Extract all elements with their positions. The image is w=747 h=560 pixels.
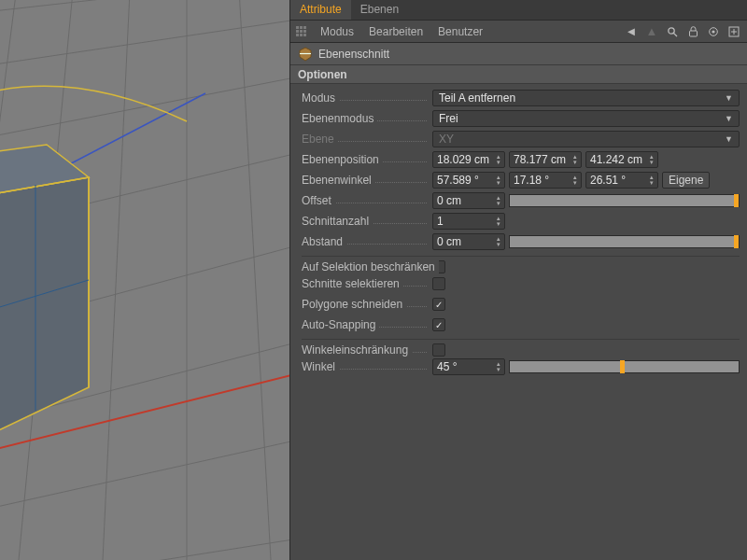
stepper-icon[interactable]: ▴▾ [497,361,500,372]
stepper-icon[interactable]: ▴▾ [497,175,500,186]
svg-line-6 [0,411,289,523]
panel-tabs: Attribute Ebenen [290,0,747,21]
label-ebenenposition: Ebenenposition [302,153,432,166]
label-ebenenwinkel: Ebenenwinkel [302,174,432,187]
svg-rect-24 [689,31,697,36]
label-abstand: Abstand [302,235,432,248]
label-auf-selektion: Auf Selektion beschränken [302,260,432,273]
label-auto-snap: Auto-Snapping [302,318,432,331]
stepper-icon[interactable]: ▴▾ [573,175,577,186]
input-schnittanzahl[interactable]: 1▴▾ [432,213,505,230]
select-ebenenmodus[interactable]: Frei▼ [432,110,740,127]
chevron-down-icon: ▼ [725,134,733,144]
object-title-bar: Ebenenschnitt [290,43,747,65]
options-block: Modus Teil A entfernen▼ Ebenenmodus Frei… [290,84,747,381]
tab-attribute[interactable]: Attribute [290,0,351,20]
chevron-down-icon: ▼ [725,93,733,103]
input-abstand[interactable]: 0 cm▴▾ [432,233,505,250]
nav-back-icon[interactable]: ◄ [624,24,639,39]
svg-point-22 [669,27,674,33]
input-ang-x[interactable]: 57.589 °▴▾ [432,172,505,189]
input-offset[interactable]: 0 cm▴▾ [432,192,505,209]
checkbox-auto-snap[interactable]: ✓ [432,318,445,331]
label-offset: Offset [302,194,432,207]
select-ebene: XY▼ [432,131,740,147]
drag-handle-icon[interactable] [296,26,309,36]
slider-abstand[interactable] [509,235,740,248]
label-winkelein: Winkeleinschränkung [302,343,432,357]
slider-winkel[interactable] [509,360,740,373]
svg-point-26 [712,30,714,33]
stepper-icon[interactable]: ▴▾ [497,195,500,206]
checkbox-winkelein[interactable] [432,343,445,357]
lock-icon[interactable] [685,24,700,39]
menu-benutzer[interactable]: Benutzer [430,25,490,38]
stepper-icon[interactable]: ▴▾ [650,154,654,165]
attribute-panel: Attribute Ebenen Modus Bearbeiten Benutz… [289,0,747,560]
label-schnitte-sel: Schnitte selektieren [302,277,432,290]
stepper-icon[interactable]: ▴▾ [497,236,500,247]
viewport-3d[interactable] [0,0,289,560]
label-modus: Modus [302,91,432,105]
menu-modus[interactable]: Modus [313,25,361,38]
svg-line-12 [238,0,271,560]
label-schnittanzahl: Schnittanzahl [302,215,432,228]
checkbox-schnitte-sel[interactable] [432,277,445,290]
input-pos-x[interactable]: 18.029 cm▴▾ [432,151,505,168]
svg-line-23 [674,33,677,35]
nav-up-icon[interactable]: ▲ [644,24,659,39]
svg-line-1 [0,0,289,75]
input-ang-z[interactable]: 26.51 °▴▾ [585,172,658,189]
svg-line-10 [103,0,131,560]
stepper-icon[interactable]: ▴▾ [497,216,500,227]
search-icon[interactable] [665,24,680,39]
checkbox-polygone[interactable]: ✓ [432,298,445,311]
target-icon[interactable] [706,24,721,39]
svg-line-7 [0,518,289,560]
stepper-icon[interactable]: ▴▾ [650,175,654,186]
tab-ebenen[interactable]: Ebenen [351,0,408,20]
input-winkel[interactable]: 45 °▴▾ [432,358,505,375]
input-ang-y[interactable]: 17.18 °▴▾ [509,172,582,189]
button-eigene[interactable]: Eigene [662,172,710,189]
svg-line-2 [0,51,289,149]
new-tab-icon[interactable] [726,24,741,39]
panel-menubar: Modus Bearbeiten Benutzer ◄ ▲ [290,21,747,43]
label-winkel: Winkel [302,360,432,373]
select-modus[interactable]: Teil A entfernen▼ [432,90,740,106]
section-header-optionen: Optionen [290,65,747,84]
plane-cut-icon [298,47,313,62]
stepper-icon[interactable]: ▴▾ [497,154,500,165]
object-title: Ebenenschnitt [318,48,389,61]
label-ebenenmodus: Ebenenmodus [302,112,432,125]
label-polygone: Polygone schneiden [302,298,432,311]
menu-bearbeiten[interactable]: Bearbeiten [361,25,430,38]
label-ebene: Ebene [302,133,432,146]
slider-offset[interactable] [509,194,740,207]
chevron-down-icon: ▼ [725,114,733,123]
stepper-icon[interactable]: ▴▾ [573,154,577,165]
svg-line-0 [0,0,289,19]
input-pos-y[interactable]: 78.177 cm▴▾ [509,151,582,168]
input-pos-z[interactable]: 41.242 cm▴▾ [585,151,658,168]
